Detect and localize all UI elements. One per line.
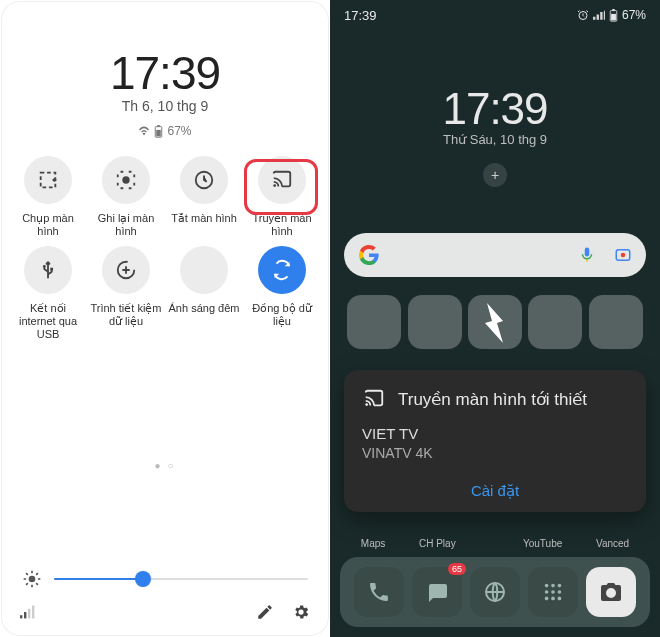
- dock-camera[interactable]: [586, 567, 636, 617]
- google-logo-icon: [358, 244, 380, 266]
- tile-night-light[interactable]: Ánh sáng đêm: [166, 246, 242, 342]
- add-widget-button[interactable]: +: [483, 163, 507, 187]
- device-name: VIET TV: [362, 424, 628, 444]
- svg-rect-12: [28, 609, 30, 619]
- svg-point-9: [29, 576, 36, 583]
- tile-label: Ghi lại màn hình: [88, 212, 164, 240]
- tile-sync[interactable]: Đồng bộ dữ liệu: [244, 246, 320, 342]
- qs-header: 17:39 Th 6, 10 thg 9 67%: [2, 2, 328, 138]
- app-icon[interactable]: [347, 295, 401, 349]
- status-time: 17:39: [344, 8, 377, 23]
- tile-data-saver[interactable]: Trình tiết kiệm dữ liệu: [88, 246, 164, 342]
- app-label: Maps: [361, 538, 385, 549]
- dock-phone[interactable]: [354, 567, 404, 617]
- svg-rect-11: [24, 612, 26, 618]
- alarm-icon: [577, 9, 589, 21]
- qs-status-icons: 67%: [2, 124, 328, 138]
- wifi-icon: [138, 126, 150, 136]
- tile-label: Ánh sáng đêm: [167, 302, 242, 330]
- app-label: CH Play: [419, 538, 456, 549]
- tile-label: Truyền màn hình: [244, 212, 320, 240]
- svg-rect-16: [612, 9, 614, 11]
- homescreen-clock-widget[interactable]: 17:39 Thứ Sáu, 10 thg 9: [330, 84, 660, 147]
- dock-browser[interactable]: [470, 567, 520, 617]
- svg-point-30: [551, 597, 555, 601]
- dock: 65: [340, 557, 650, 627]
- svg-point-24: [551, 584, 555, 588]
- svg-point-21: [365, 403, 368, 406]
- cast-device-item[interactable]: VIET TV VINATV 4K: [362, 424, 628, 462]
- app-icon[interactable]: [408, 295, 462, 349]
- lens-icon[interactable]: [614, 246, 632, 264]
- tile-cast[interactable]: Truyền màn hình: [244, 156, 320, 240]
- svg-rect-13: [32, 606, 34, 619]
- tile-label: Chụp màn hình: [10, 212, 86, 240]
- app-labels-row: Maps CH Play YouTube Vanced: [330, 538, 660, 549]
- edit-tiles-button[interactable]: [256, 603, 274, 621]
- battery-percent: 67%: [622, 8, 646, 22]
- qs-tile-grid: Chụp màn hình Ghi lại màn hình Tắt màn h…: [2, 138, 328, 342]
- hs-clock: 17:39: [330, 84, 660, 134]
- night-light-icon: [180, 246, 228, 294]
- screenshot-icon: [24, 156, 72, 204]
- svg-rect-1: [158, 125, 160, 127]
- battery-icon: [154, 125, 163, 138]
- slider-track[interactable]: [54, 578, 308, 580]
- tile-screen-record[interactable]: Ghi lại màn hình: [88, 156, 164, 240]
- svg-point-26: [545, 590, 549, 594]
- svg-point-31: [558, 597, 562, 601]
- app-icon[interactable]: [589, 295, 643, 349]
- svg-point-27: [551, 590, 555, 594]
- cast-settings-button[interactable]: Cài đặt: [362, 482, 628, 500]
- mic-icon[interactable]: [578, 246, 596, 264]
- brightness-slider[interactable]: [16, 559, 314, 599]
- app-label: Vanced: [596, 538, 629, 549]
- settings-button[interactable]: [292, 603, 310, 621]
- tile-screen-off[interactable]: Tắt màn hình: [166, 156, 242, 240]
- usb-icon: [24, 246, 72, 294]
- home-screen: 17:39 67% 17:39 Thứ Sáu, 10 thg 9 +: [330, 0, 660, 637]
- app-icon[interactable]: [528, 295, 582, 349]
- app-label: YouTube: [523, 538, 562, 549]
- tile-label: Tắt màn hình: [169, 212, 239, 240]
- dock-messages[interactable]: 65: [412, 567, 462, 617]
- battery-percent: 67%: [167, 124, 191, 138]
- page-indicator[interactable]: ● ○: [2, 460, 328, 471]
- svg-point-23: [545, 584, 549, 588]
- cast-icon: [362, 388, 386, 410]
- qs-clock: 17:39: [2, 46, 328, 100]
- svg-rect-2: [157, 129, 162, 136]
- google-search-bar[interactable]: [344, 233, 646, 277]
- svg-rect-10: [20, 615, 22, 618]
- tile-label: Trình tiết kiệm dữ liệu: [88, 302, 164, 330]
- tile-label: Đồng bộ dữ liệu: [244, 302, 320, 330]
- battery-icon: [609, 9, 618, 22]
- svg-point-3: [122, 176, 129, 183]
- qs-date: Th 6, 10 thg 9: [2, 98, 328, 114]
- sync-icon: [258, 246, 306, 294]
- status-bar: 17:39 67%: [330, 0, 660, 24]
- data-saver-icon: [102, 246, 150, 294]
- svg-point-6: [43, 265, 46, 268]
- cast-dialog: Truyền màn hình tới thiết VIET TV VINATV…: [344, 370, 646, 512]
- svg-point-25: [558, 584, 562, 588]
- app-icon[interactable]: [468, 295, 522, 349]
- tile-screenshot[interactable]: Chụp màn hình: [10, 156, 86, 240]
- svg-rect-7: [50, 268, 53, 271]
- slider-thumb[interactable]: [135, 571, 151, 587]
- dock-app-drawer[interactable]: [528, 567, 578, 617]
- brightness-icon: [22, 569, 42, 589]
- quick-settings-panel: 17:39 Th 6, 10 thg 9 67% Chụp màn hình: [0, 0, 330, 637]
- hs-date: Thứ Sáu, 10 thg 9: [330, 132, 660, 147]
- screenrecord-icon: [102, 156, 150, 204]
- signal-icon: [20, 605, 36, 619]
- svg-point-28: [558, 590, 562, 594]
- svg-point-20: [621, 253, 626, 258]
- cast-title: Truyền màn hình tới thiết: [398, 389, 587, 410]
- tile-usb-tether[interactable]: Kết nối internet qua USB: [10, 246, 86, 342]
- screen-off-icon: [180, 156, 228, 204]
- svg-rect-17: [611, 13, 616, 20]
- device-subtitle: VINATV 4K: [362, 444, 628, 462]
- svg-point-29: [545, 597, 549, 601]
- svg-point-5: [273, 184, 276, 187]
